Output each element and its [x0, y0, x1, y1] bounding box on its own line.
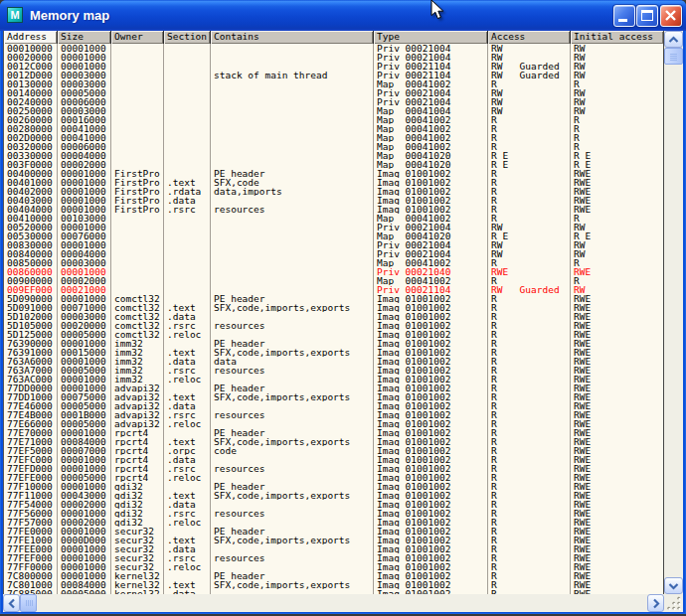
table-row[interactable]: 77E7000000001000rpcrt4PE headerImag 0100… — [4, 428, 663, 437]
table-row[interactable]: 0086000000001000Priv 00021040RWERWE — [4, 267, 663, 276]
table-row[interactable]: 009EF00000021000Priv 00021104RW GuardedR… — [4, 285, 663, 294]
minimize-icon — [618, 19, 627, 22]
table-row[interactable]: 77F5700000002000gdi32.relocImag 01001002… — [4, 518, 663, 527]
resize-grip-icon — [664, 594, 683, 612]
table-row[interactable]: 7639000000001000imm32PE headerImag 01001… — [4, 339, 663, 348]
table-row[interactable]: 5D09100000071000comctl32.textSFX,code,im… — [4, 303, 663, 312]
table-row[interactable]: 77F1100000043000gdi32.textSFX,code,impor… — [4, 491, 663, 500]
table-row[interactable]: 5D10200000003000comctl32.dataImag 010010… — [4, 312, 663, 321]
table-row[interactable]: 77E6600000005000advapi32.relocImag 01001… — [4, 419, 663, 428]
scroll-right-button[interactable] — [647, 594, 664, 612]
table-row[interactable]: 77EF500000007000rpcrt4.orpccodeImag 0100… — [4, 446, 663, 455]
table-row[interactable]: 0040300000001000FirstPro.dataImag 010010… — [4, 196, 663, 205]
cell-address: 00010000 — [4, 44, 58, 53]
horizontal-scrollbar[interactable] — [3, 594, 664, 612]
cell-owner — [111, 133, 164, 142]
column-header-size[interactable]: Size — [58, 31, 111, 44]
table-row[interactable]: 77FEF00000001000secur32.rsrcresourcesIma… — [4, 553, 663, 562]
table-row[interactable]: 77E7100000084000rpcrt4.textSFX,code,impo… — [4, 437, 663, 446]
table-row[interactable]: 77F5600000001000gdi32.rsrcresourcesImag … — [4, 509, 663, 518]
cell-address: 5D125000 — [4, 330, 58, 339]
table-row[interactable]: 0085000000003000Map 00041002RR — [4, 258, 663, 267]
table-row[interactable]: 77EFD00000001000rpcrt4.rsrcresourcesImag… — [4, 464, 663, 473]
column-header-access[interactable]: Access — [488, 31, 571, 44]
table-row[interactable]: 0024000000006000Priv 00021004RWRW — [4, 97, 663, 106]
vertical-scrollbar[interactable] — [664, 31, 683, 594]
table-row[interactable]: 0033000000004000Map 00041020R ER E — [4, 151, 663, 160]
resize-grip[interactable] — [664, 594, 683, 612]
cell-access: R — [488, 115, 571, 124]
table-row[interactable]: 77E4B0000001B000advapi32.rsrcresourcesIm… — [4, 410, 663, 419]
table-row[interactable]: 77E4600000005000advapi32.dataImag 010010… — [4, 401, 663, 410]
table-row[interactable]: 7C80100000084000kernel32.textSFX,code,im… — [4, 580, 663, 589]
table-row[interactable]: 0001000000001000Priv 00021004RWRW — [4, 44, 663, 53]
table-row[interactable]: 77FEE00000001000secur32.dataImag 0100100… — [4, 544, 663, 553]
ollydbg-app-icon[interactable]: M — [7, 7, 23, 23]
scroll-left-button[interactable] — [3, 594, 20, 612]
cell-section: .reloc — [164, 419, 211, 428]
cell-initial_access: RWE — [571, 473, 663, 482]
cell-size: 00006000 — [58, 142, 111, 151]
table-row[interactable]: 77F5400000002000gdi32.dataImag 01001002R… — [4, 500, 663, 509]
table-row[interactable]: 5D10500000020000comctl32.rsrcresourcesIm… — [4, 321, 663, 330]
scroll-down-button[interactable] — [664, 577, 683, 594]
cell-access: R — [488, 392, 571, 401]
column-header-section[interactable]: Section — [164, 31, 211, 44]
cell-access: R — [488, 258, 571, 267]
table-row[interactable]: 0053000000076000Map 00041020R ER E — [4, 231, 663, 240]
column-header-address[interactable]: Address — [4, 31, 58, 44]
table-row[interactable]: 5D09000000001000comctl32PE headerImag 01… — [4, 294, 663, 303]
vertical-scroll-thumb[interactable] — [664, 48, 683, 65]
table-row[interactable]: 0084000000004000Priv 00021004RWRW — [4, 249, 663, 258]
table-row[interactable]: 0026000000016000Map 00041002RR — [4, 115, 663, 124]
table-row[interactable]: 0028000000041000Map 00041002RR — [4, 124, 663, 133]
table-row[interactable]: 7C80000000001000kernel32PE headerImag 01… — [4, 571, 663, 580]
table-row[interactable]: 002D000000041000Map 00041002RR — [4, 133, 663, 142]
table-row[interactable]: 0090000000002000Map 00041002RR — [4, 276, 663, 285]
table-row[interactable]: 0040400000001000FirstPro.rsrcresourcesIm… — [4, 205, 663, 214]
table-row[interactable]: 763A700000005000imm32.rsrcresourcesImag … — [4, 366, 663, 375]
table-row[interactable]: 763A600000001000imm32.datadataImag 01001… — [4, 357, 663, 366]
table-row[interactable]: 0040100000001000FirstPro.textSFX,codeIma… — [4, 178, 663, 187]
cell-initial_access: RWE — [571, 348, 663, 357]
table-row[interactable]: 0013000000003000Map 00041002RR — [4, 79, 663, 88]
column-header-initial_access[interactable]: Initial access — [571, 31, 663, 44]
scroll-up-button[interactable] — [664, 31, 683, 48]
title-bar[interactable]: M Memory map — [0, 0, 686, 31]
cell-contains — [211, 133, 374, 142]
table-row[interactable]: 0032000000006000Map 00041002RR — [4, 142, 663, 151]
table-row[interactable]: 0040200000001000FirstPro.rdatadata,impor… — [4, 187, 663, 196]
table-row[interactable]: 77DD100000075000advapi32.textSFX,code,im… — [4, 392, 663, 401]
table-row[interactable]: 0040000000001000FirstProPE headerImag 01… — [4, 169, 663, 178]
table-row[interactable]: 77EFC00000001000rpcrt4.dataImag 01001002… — [4, 455, 663, 464]
cell-access: R — [488, 196, 571, 205]
cell-initial_access: RWE — [571, 410, 663, 419]
close-button[interactable] — [660, 5, 682, 27]
cell-contains — [211, 124, 374, 133]
table-row[interactable]: 77DD000000001000advapi32PE headerImag 01… — [4, 384, 663, 392]
table-row[interactable]: 7639100000015000imm32.textSFX,code,impor… — [4, 348, 663, 357]
table-row[interactable]: 77F1000000001000gdi32PE headerImag 01001… — [4, 482, 663, 491]
table-row[interactable]: 0025000000003000Map 00041004RWRW — [4, 106, 663, 115]
table-row[interactable]: 0041000000103000Map 00041002RR — [4, 214, 663, 223]
maximize-button[interactable] — [636, 5, 658, 27]
table-row[interactable]: 77FE10000000D000secur32.textSFX,code,imp… — [4, 536, 663, 544]
table-row[interactable]: 0002000000001000Priv 00021004RWRW — [4, 53, 663, 62]
table-row[interactable]: 003F000000002000Map 00041020R ER E — [4, 160, 663, 169]
table-row[interactable]: 5D12500000005000comctl32.relocImag 01001… — [4, 330, 663, 339]
table-row[interactable]: 0014000000005000Priv 00021004RWRW — [4, 88, 663, 97]
column-header-contains[interactable]: Contains — [211, 31, 374, 44]
table-row[interactable]: 77EFE00000005000rpcrt4.relocImag 0100100… — [4, 473, 663, 482]
table-row[interactable]: 0083000000001000Priv 00021004RWRW — [4, 240, 663, 249]
table-row[interactable]: 763AC00000001000imm32.relocImag 01001002… — [4, 375, 663, 384]
table-row[interactable]: 0012C00000001000Priv 00021104RW GuardedR… — [4, 62, 663, 71]
table-row[interactable]: 77FE000000001000secur32PE headerImag 010… — [4, 527, 663, 536]
column-header-owner[interactable]: Owner — [111, 31, 164, 44]
cell-type: Map 00041004 — [374, 106, 488, 115]
minimize-button[interactable] — [613, 5, 635, 27]
table-row[interactable]: 77FF000000001000secur32.relocImag 010010… — [4, 562, 663, 571]
table-row[interactable]: 0052000000001000Priv 00021004RWRW — [4, 223, 663, 231]
horizontal-scroll-thumb[interactable] — [20, 594, 37, 612]
table-row[interactable]: 0012D00000003000stack of main threadPriv… — [4, 71, 663, 79]
column-header-type[interactable]: Type — [374, 31, 488, 44]
